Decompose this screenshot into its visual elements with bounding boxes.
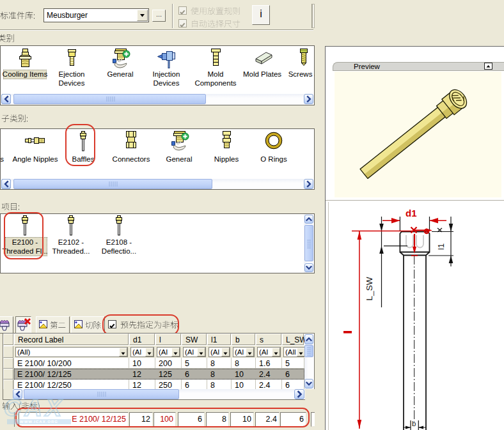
- svg-text:L_SW: L_SW: [365, 277, 374, 300]
- svg-text:l1: l1: [436, 243, 446, 250]
- svg-text:b: b: [412, 420, 416, 427]
- svg-text:d1: d1: [406, 208, 417, 219]
